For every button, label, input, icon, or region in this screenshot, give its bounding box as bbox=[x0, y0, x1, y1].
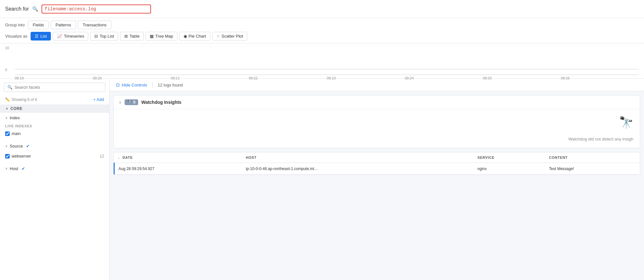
main-index-label: main bbox=[12, 131, 21, 136]
vis-toplist[interactable]: ⊟ Top List bbox=[90, 32, 118, 41]
main-index-checkbox[interactable] bbox=[5, 131, 10, 136]
time-0926: 09:26 bbox=[561, 76, 570, 80]
main-layout: 🔍 ✏️ Showing 6 of 6 + Add ▼ CORE ∨ Index… bbox=[0, 79, 644, 280]
toolbar-divider bbox=[152, 82, 153, 88]
group-into-label: Group into bbox=[5, 23, 25, 27]
time-0924: 09:24 bbox=[405, 76, 414, 80]
hide-controls-button[interactable]: ⊡ Hide Controls bbox=[116, 82, 147, 87]
list-label: List bbox=[40, 34, 47, 39]
date-col-label: DATE bbox=[122, 156, 133, 159]
date-sort-icon: ↓ bbox=[118, 156, 120, 159]
table-row[interactable]: Aug 28 09:29:54.927 ip-10-0-0-46.ap-nort… bbox=[114, 163, 640, 175]
time-0923: 09:23 bbox=[327, 76, 336, 80]
watchdog-empty-state: 🔭 Watchdog did not detect any insigh bbox=[114, 109, 640, 148]
chart-inner[interactable] bbox=[15, 46, 639, 75]
search-input-box bbox=[42, 5, 151, 14]
scatterplot-label: Scatter Plot bbox=[222, 34, 243, 39]
chart-y-max: 10 bbox=[5, 46, 9, 50]
sidebar-source-item[interactable]: ∨ Source ✔ bbox=[0, 141, 109, 151]
table-icon: ⊞ bbox=[124, 34, 128, 39]
showing-text: ✏️ Showing 6 of 6 bbox=[5, 97, 37, 102]
watchdog-count: 0 bbox=[133, 100, 136, 104]
host-label: Host bbox=[10, 166, 18, 171]
chart-y-labels: 10 0 bbox=[5, 46, 9, 72]
col-service[interactable]: SERVICE bbox=[474, 152, 545, 163]
tab-transactions[interactable]: Transactions bbox=[78, 21, 111, 29]
search-bar: Search for 🔍 bbox=[0, 0, 644, 18]
chart-y-min: 0 bbox=[5, 68, 9, 72]
visualize-row: Visualize as ☰ List 📈 Timeseries ⊟ Top L… bbox=[5, 32, 639, 41]
vis-piechart[interactable]: ◉ Pie Chart bbox=[179, 32, 210, 41]
hide-controls-label: Hide Controls bbox=[122, 83, 147, 87]
pencil-icon: ✏️ bbox=[5, 97, 10, 102]
sidebar-index-item[interactable]: ∨ Index bbox=[0, 113, 109, 123]
log-date-cell: Aug 28 09:29:54.927 bbox=[114, 163, 242, 175]
timeseries-label: Timeseries bbox=[64, 34, 84, 39]
sidebar-host-item[interactable]: ∨ Host ✔ bbox=[0, 164, 109, 174]
treemap-icon: ▦ bbox=[150, 34, 154, 39]
log-host-cell: ip-10-0-0-46.ap-northeast-1.compute.int… bbox=[242, 163, 473, 175]
watchdog-chevron-icon: ∨ bbox=[119, 100, 121, 104]
sidebar-webserver-item[interactable]: webserver 12 bbox=[0, 151, 109, 161]
chart-timeline: 09:19 09:20 09:21 09:22 09:23 09:24 09:2… bbox=[15, 75, 639, 81]
chart-svg bbox=[15, 46, 639, 72]
vis-scatterplot[interactable]: ⁘ Scatter Plot bbox=[212, 32, 247, 41]
log-service-cell: nginx bbox=[474, 163, 545, 175]
col-content[interactable]: CONTENT bbox=[545, 152, 640, 163]
host-col-label: HOST bbox=[246, 156, 256, 159]
search-label: Search for bbox=[5, 6, 29, 12]
search-icon: 🔍 bbox=[32, 6, 38, 12]
watchdog-title: Watchdog Insights bbox=[141, 100, 182, 105]
piechart-icon: ◉ bbox=[184, 34, 187, 39]
content-area: ⊡ Hide Controls 12 logs found ∨ 🔭 0 Watc… bbox=[109, 79, 644, 280]
add-facet-button[interactable]: + Add bbox=[93, 97, 104, 102]
core-chevron-icon: ▼ bbox=[5, 107, 9, 111]
webserver-checkbox[interactable] bbox=[5, 154, 10, 158]
watchdog-binoculars-icon: 🔭 bbox=[127, 100, 132, 104]
piechart-label: Pie Chart bbox=[189, 34, 206, 39]
webserver-label: webserver bbox=[12, 154, 31, 158]
vis-table[interactable]: ⊞ Table bbox=[120, 32, 144, 41]
sidebar-search-input[interactable] bbox=[14, 85, 102, 90]
time-0920: 09:20 bbox=[93, 76, 102, 80]
time-0925: 09:25 bbox=[483, 76, 492, 80]
log-service: nginx bbox=[478, 167, 487, 171]
controls-bar: Group into Fields Patterns Transactions … bbox=[0, 18, 644, 43]
logs-table-wrap: ↓ DATE HOST SERVICE CONTENT bbox=[113, 152, 640, 175]
vis-treemap[interactable]: ▦ Tree Map bbox=[146, 32, 177, 41]
source-label: Source bbox=[10, 144, 23, 149]
col-host[interactable]: HOST bbox=[242, 152, 473, 163]
timeseries-icon: 📈 bbox=[57, 34, 62, 39]
log-date: Aug 28 09:29:54.927 bbox=[118, 167, 154, 171]
treemap-label: Tree Map bbox=[155, 34, 173, 39]
sidebar-main-index-item[interactable]: main bbox=[0, 129, 109, 139]
tab-patterns[interactable]: Patterns bbox=[51, 21, 76, 29]
service-col-label: SERVICE bbox=[478, 156, 495, 159]
vis-list[interactable]: ☰ List bbox=[31, 32, 51, 41]
sidebar-search-wrapper: 🔍 bbox=[4, 83, 105, 92]
sidebar-showing-row: ✏️ Showing 6 of 6 + Add bbox=[0, 96, 109, 103]
watchdog-badge: 🔭 0 bbox=[125, 99, 138, 105]
col-date[interactable]: ↓ DATE bbox=[114, 152, 242, 163]
live-indexes-label: LIVE INDEXES bbox=[0, 123, 109, 129]
index-label: Index bbox=[10, 115, 20, 120]
tab-fields[interactable]: Fields bbox=[28, 21, 49, 29]
toplist-label: Top List bbox=[99, 34, 114, 39]
core-label: CORE bbox=[11, 106, 23, 111]
toplist-icon: ⊟ bbox=[94, 34, 98, 39]
group-row: Group into Fields Patterns Transactions bbox=[5, 21, 639, 29]
search-input[interactable] bbox=[45, 6, 148, 12]
scatterplot-icon: ⁘ bbox=[216, 34, 220, 39]
vis-timeseries[interactable]: 📈 Timeseries bbox=[53, 32, 88, 41]
log-content: Test Message! bbox=[549, 167, 574, 171]
time-0922: 09:22 bbox=[249, 76, 258, 80]
index-chevron-icon: ∨ bbox=[5, 116, 8, 120]
watchdog-header[interactable]: ∨ 🔭 0 Watchdog Insights bbox=[114, 95, 640, 109]
table-header-row: ↓ DATE HOST SERVICE CONTENT bbox=[114, 152, 640, 163]
visualize-label: Visualize as bbox=[5, 34, 27, 39]
sidebar-section-core[interactable]: ▼ CORE bbox=[0, 104, 109, 113]
watchdog-empty-icon: 🔭 bbox=[619, 116, 633, 129]
log-host: ip-10-0-0-46.ap-northeast-1.compute.int… bbox=[246, 167, 318, 171]
sidebar: 🔍 ✏️ Showing 6 of 6 + Add ▼ CORE ∨ Index… bbox=[0, 79, 109, 280]
content-col-label: CONTENT bbox=[549, 156, 568, 159]
